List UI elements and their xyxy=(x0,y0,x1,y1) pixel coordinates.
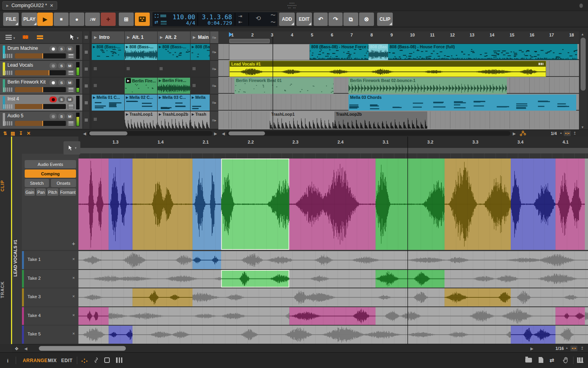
swing-bar2[interactable] xyxy=(161,23,167,25)
track-height-icon[interactable] xyxy=(5,35,12,40)
loop-icon[interactable]: ⟲ xyxy=(256,15,261,22)
play-button[interactable]: ▶ xyxy=(37,13,53,26)
clip-808-selected[interactable]: 808 (Bas xyxy=(368,44,388,60)
arm-button[interactable] xyxy=(49,80,57,86)
comp-region-indigo[interactable] xyxy=(109,158,132,250)
take-highlight-green[interactable] xyxy=(376,270,445,288)
clip-trashloop2b[interactable]: TrashLoop2b xyxy=(334,111,427,129)
delete-take-icon[interactable]: × xyxy=(73,294,75,299)
delete-take-icon[interactable]: × xyxy=(73,331,75,336)
solo-button[interactable]: S xyxy=(58,80,65,86)
empty-clip-slot[interactable] xyxy=(191,78,210,94)
clip-trashloop1[interactable]: TrashLoop1 xyxy=(270,111,334,129)
scroll-up-icon[interactable]: ▲ xyxy=(581,33,584,36)
take-lane-1[interactable] xyxy=(78,251,588,269)
tool-caret-icon[interactable]: ▾ xyxy=(77,36,79,40)
delete-take-icon[interactable]: × xyxy=(73,275,75,280)
punch-in-icon[interactable]: ⇥ xyxy=(238,13,242,19)
duplicate-button[interactable]: ⧉ xyxy=(343,13,358,26)
scroll-right-icon[interactable]: ▶ xyxy=(214,131,217,136)
track-menu-icon[interactable] xyxy=(67,53,74,58)
empty-clip-slot[interactable] xyxy=(92,61,124,77)
stop-button[interactable]: ■ xyxy=(54,13,69,26)
launcher-clip[interactable]: ▶808 (Bass-... xyxy=(158,44,190,60)
comp-region-olive[interactable] xyxy=(445,158,511,250)
mini-display-button[interactable] xyxy=(135,13,150,26)
mute-button[interactable]: M xyxy=(66,113,73,119)
track-row-drum-machine[interactable]: Drum Machine S M xyxy=(0,44,82,60)
mapping-dots-icon[interactable] xyxy=(82,358,88,363)
launcher-hscroll-track[interactable] xyxy=(88,131,212,136)
volume-fader[interactable] xyxy=(15,87,66,92)
comping-lanes[interactable] xyxy=(78,137,588,344)
comp-indicator-icon[interactable] xyxy=(539,63,543,65)
row-menu-icon[interactable]: ≡▸ xyxy=(210,78,218,94)
pan-button[interactable]: Pan xyxy=(36,188,46,196)
clip-berlin-firework-beat-01[interactable]: Berlin Firework Beat 01 xyxy=(234,78,334,94)
close-detail-icon[interactable]: ✕ xyxy=(27,131,31,136)
grid-caret-icon[interactable]: ▴ xyxy=(566,346,568,350)
launcher-clip[interactable]: ▶Mella 03 C... xyxy=(158,95,190,111)
grid-caret-icon[interactable]: ▴ xyxy=(560,131,562,135)
take-highlight-blue[interactable] xyxy=(192,251,221,269)
take-highlight-indigo[interactable] xyxy=(511,326,555,344)
take-highlight-pink[interactable] xyxy=(78,307,109,325)
position-time[interactable]: 0:04.729 xyxy=(199,20,232,26)
empty-clip-slot[interactable] xyxy=(191,61,210,77)
editor-hscroll-thumb[interactable] xyxy=(39,346,126,351)
arranger-playhead[interactable] xyxy=(272,37,273,129)
solo-button[interactable]: S xyxy=(58,97,65,102)
tab-clip[interactable]: CLIP xyxy=(0,174,11,197)
document-tab[interactable]: ▶ CompingGUI22 * ✕ xyxy=(2,1,57,10)
chain-icon[interactable] xyxy=(93,357,99,365)
comping-button[interactable]: Comping xyxy=(25,169,76,178)
record-button[interactable]: ● xyxy=(69,13,84,26)
onsets-button[interactable]: Onsets xyxy=(51,179,76,187)
delete-take-icon[interactable]: × xyxy=(73,257,75,261)
volume-fader[interactable] xyxy=(15,53,66,58)
take-highlight-green[interactable] xyxy=(221,270,289,288)
clip-lead-vocals-1[interactable]: Lead Vocals #1 xyxy=(229,61,546,77)
clip-808-house-force[interactable]: 808 (Bass-08) - House Force ( xyxy=(310,44,368,60)
take-row-4[interactable]: Take 4× xyxy=(22,307,78,325)
show-launcher-button[interactable]: ⊞ xyxy=(119,13,134,26)
auto-fit-icon[interactable]: ⇅ xyxy=(3,131,7,136)
stretch-button[interactable]: Stretch xyxy=(25,179,49,187)
mute-button[interactable]: M xyxy=(66,80,73,86)
row-menu-icon[interactable]: ≡▸ xyxy=(210,44,218,60)
take-highlight-indigo[interactable] xyxy=(109,326,132,344)
mute-button[interactable]: M xyxy=(66,97,73,102)
editor-hscroll-track[interactable] xyxy=(36,346,532,351)
take-highlight-olive[interactable] xyxy=(132,288,192,306)
play-menu-button[interactable]: PLAY xyxy=(22,13,37,26)
launcher-clip[interactable]: ▶Mella xyxy=(191,95,210,111)
snap-toggle-icon[interactable]: ▸|◂ xyxy=(564,131,571,136)
stop-track-button[interactable] xyxy=(83,44,89,60)
formant-button[interactable]: Formant xyxy=(60,188,76,196)
view-arrange[interactable]: ARRANGE xyxy=(23,358,47,363)
edit-button[interactable]: EDIT xyxy=(296,13,312,26)
launcher-clip[interactable]: ▶Mella 01 C... xyxy=(92,95,124,111)
empty-clip-slot[interactable] xyxy=(92,111,124,129)
launcher-clip[interactable]: ▶Berlin Fire... xyxy=(158,78,190,94)
track-menu-icon[interactable] xyxy=(67,104,74,109)
comp-region-olive[interactable] xyxy=(132,158,192,250)
arrange-grid-value[interactable]: 1/4 xyxy=(551,131,557,136)
comp-region-green[interactable] xyxy=(376,158,445,250)
comp-region-pink[interactable] xyxy=(289,158,376,250)
launcher-clip[interactable]: ▶TrashLoop2b xyxy=(158,111,190,129)
io-swap-icon[interactable]: ⇄ xyxy=(550,357,554,363)
panels-icon[interactable] xyxy=(116,357,122,363)
tab-close-icon[interactable]: ✕ xyxy=(50,3,53,8)
groove-amount-bar[interactable] xyxy=(160,15,166,17)
launcher-clip[interactable]: ▶808 (Bass-... xyxy=(92,44,124,60)
take-row-1[interactable]: Take 1× xyxy=(22,251,78,269)
automation-curve2-icon[interactable]: 〜 xyxy=(270,19,276,26)
view-edit[interactable]: EDIT xyxy=(61,358,73,363)
stop-track-button[interactable] xyxy=(83,61,89,77)
scroll-down-icon[interactable]: ▼ xyxy=(581,126,584,129)
clip-808-house-force-full[interactable]: 808 (Bass-08) - House Force (full) xyxy=(388,44,577,60)
empty-clip-slot[interactable] xyxy=(125,61,157,77)
arranger-view-icon[interactable] xyxy=(37,35,43,37)
scene-intro[interactable]: ▶Intro xyxy=(92,31,124,43)
